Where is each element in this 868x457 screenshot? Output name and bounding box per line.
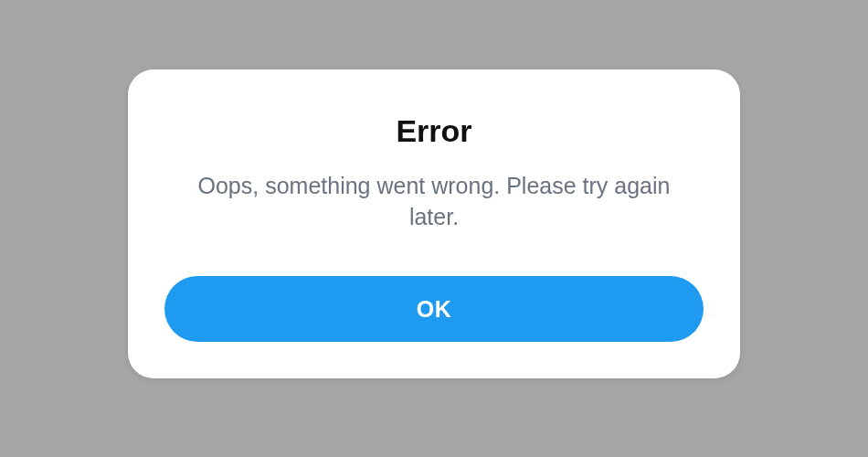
dialog-message: Oops, something went wrong. Please try a… — [178, 171, 690, 233]
ok-button[interactable]: OK — [164, 276, 704, 342]
dialog-title: Error — [396, 113, 471, 149]
error-dialog: Error Oops, something went wrong. Please… — [128, 69, 740, 379]
